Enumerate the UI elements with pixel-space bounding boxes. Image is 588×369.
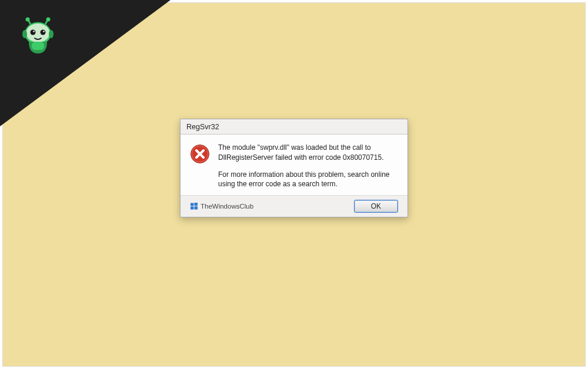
svg-point-7: [31, 30, 36, 35]
dialog-title-bar: RegSvr32: [181, 119, 407, 135]
dialog-footer: TheWindowsClub OK: [181, 195, 407, 217]
dialog-message: The module "swprv.dll" was loaded but th…: [218, 143, 398, 189]
svg-rect-17: [191, 203, 194, 206]
svg-rect-19: [191, 207, 194, 210]
dialog-message-line1: The module "swprv.dll" was loaded but th…: [218, 143, 398, 163]
ok-button[interactable]: OK: [354, 200, 398, 213]
dialog-message-line2: For more information about this problem,…: [218, 170, 398, 190]
robot-mascot-icon: [19, 15, 57, 56]
brand-label: TheWindowsClub: [201, 203, 253, 210]
windows-flag-icon: [190, 202, 198, 210]
svg-point-10: [43, 31, 45, 32]
error-x-icon: [190, 144, 210, 164]
svg-point-1: [26, 18, 30, 22]
svg-rect-11: [32, 42, 44, 50]
svg-point-8: [33, 31, 35, 32]
footer-brand: TheWindowsClub: [190, 202, 253, 210]
dialog-content: The module "swprv.dll" was loaded but th…: [181, 135, 407, 195]
svg-point-9: [41, 30, 46, 35]
svg-point-3: [46, 18, 51, 22]
svg-rect-20: [195, 206, 198, 209]
svg-point-13: [49, 30, 54, 38]
svg-point-12: [22, 30, 27, 38]
regsvr32-dialog: RegSvr32 The module "swprv.dll" was load…: [180, 119, 408, 217]
dialog-title: RegSvr32: [186, 123, 219, 131]
svg-rect-18: [195, 203, 198, 206]
